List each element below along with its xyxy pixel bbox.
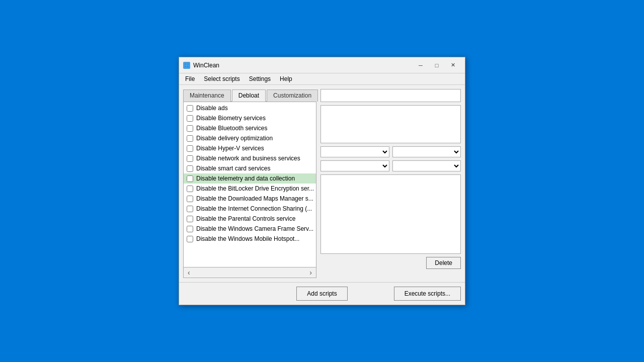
checklist-checkbox-0[interactable] <box>187 105 193 112</box>
checklist-checkbox-2[interactable] <box>187 125 193 132</box>
add-scripts-button[interactable]: Add scripts <box>296 287 347 301</box>
checklist-label-9: Disable the Downloaded Maps Manager s... <box>196 195 313 202</box>
scroll-right-button[interactable]: › <box>307 268 314 277</box>
content-area: Maintenance Debloat Customization Disabl… <box>179 85 465 282</box>
checklist-checkbox-5[interactable] <box>187 155 193 162</box>
checklist-checkbox-1[interactable] <box>187 115 193 122</box>
checklist-label-12: Disable the Windows Camera Frame Serv... <box>196 225 313 232</box>
tab-customization[interactable]: Customization <box>267 89 318 102</box>
checklist-item[interactable]: Disable the Windows Camera Frame Serv... <box>184 224 316 234</box>
svg-rect-1 <box>187 63 189 65</box>
checklist-checkbox-8[interactable] <box>187 186 193 192</box>
checklist-label-0: Disable ads <box>196 105 228 112</box>
svg-rect-2 <box>185 66 186 67</box>
svg-rect-3 <box>187 66 189 67</box>
window-controls: ─ □ ✕ <box>413 60 461 70</box>
checklist-container: Disable adsDisable Biometry servicesDisa… <box>183 102 316 267</box>
checklist-item[interactable]: Disable smart card services <box>184 163 316 173</box>
left-panel: Maintenance Debloat Customization Disabl… <box>183 89 316 278</box>
execute-scripts-button[interactable]: Execute scripts... <box>394 287 461 301</box>
script-content-textarea[interactable] <box>320 174 461 254</box>
checklist-label-1: Disable Biometry services <box>196 115 266 122</box>
scroll-left-button[interactable]: ‹ <box>186 268 192 277</box>
checklist-label-2: Disable Bluetooth services <box>196 125 267 132</box>
checklist-item[interactable]: Disable Biometry services <box>184 113 316 123</box>
select-3[interactable] <box>320 160 389 171</box>
window-title: WinClean <box>193 62 413 69</box>
select-1[interactable] <box>320 146 389 157</box>
menu-bar: File Select scripts Settings Help <box>179 73 465 85</box>
tab-maintenance[interactable]: Maintenance <box>183 89 231 102</box>
checklist-checkbox-6[interactable] <box>187 165 193 172</box>
selects-row-2 <box>320 160 461 171</box>
checklist-checkbox-3[interactable] <box>187 135 193 142</box>
checklist-label-4: Disable Hyper-V services <box>196 145 264 152</box>
selects-row-1 <box>320 146 461 157</box>
checklist-checkbox-7[interactable] <box>187 175 193 182</box>
checklist-label-7: Disable telemetry and data collection <box>196 175 295 182</box>
checklist-item[interactable]: Disable network and business services <box>184 153 316 163</box>
close-button[interactable]: ✕ <box>445 60 461 70</box>
checklist-checkbox-12[interactable] <box>187 226 193 232</box>
menu-select-scripts[interactable]: Select scripts <box>200 74 244 83</box>
maximize-button[interactable]: □ <box>429 60 445 70</box>
bottom-bar: Add scripts Execute scripts... <box>179 282 465 305</box>
select-4[interactable] <box>392 160 461 171</box>
checklist-item[interactable]: Disable the Downloaded Maps Manager s... <box>184 194 316 204</box>
checklist-item[interactable]: Disable ads <box>184 103 316 113</box>
checklist-label-11: Disable the Parental Controls service <box>196 215 295 222</box>
svg-rect-0 <box>185 63 186 65</box>
checklist-item[interactable]: Disable the Parental Controls service <box>184 214 316 224</box>
script-description-textarea[interactable] <box>320 105 461 143</box>
checklist-label-6: Disable smart card services <box>196 165 270 172</box>
checklist-item[interactable]: Disable Bluetooth services <box>184 123 316 133</box>
checklist-item[interactable]: Disable the Windows Mobile Hotspot... <box>184 234 316 244</box>
select-2[interactable] <box>392 146 461 157</box>
checklist-label-3: Disable delivery optimization <box>196 135 273 142</box>
tab-bar: Maintenance Debloat Customization <box>183 89 316 102</box>
delete-row: Delete <box>320 257 461 269</box>
menu-help[interactable]: Help <box>276 74 296 83</box>
scroll-nav: ‹ › <box>183 267 316 278</box>
checklist-label-8: Disable the BitLocker Drive Encryption s… <box>196 185 314 192</box>
main-window: WinClean ─ □ ✕ File Select scripts Setti… <box>179 57 465 305</box>
checklist-item[interactable]: Disable telemetry and data collection <box>184 173 316 184</box>
checklist-item[interactable]: Disable the Internet Connection Sharing … <box>184 204 316 214</box>
title-bar: WinClean ─ □ ✕ <box>179 57 465 73</box>
checklist-label-10: Disable the Internet Connection Sharing … <box>196 205 312 212</box>
checklist-item[interactable]: Disable the BitLocker Drive Encryption s… <box>184 184 316 194</box>
checklist-checkbox-9[interactable] <box>187 196 193 202</box>
checklist-checkbox-4[interactable] <box>187 145 193 152</box>
checklist-item[interactable]: Disable delivery optimization <box>184 133 316 143</box>
menu-file[interactable]: File <box>181 74 199 83</box>
tab-debloat[interactable]: Debloat <box>232 89 266 102</box>
right-panel: Delete <box>320 89 461 278</box>
checklist-item[interactable]: Disable Hyper-V services <box>184 143 316 153</box>
checklist-label-5: Disable network and business services <box>196 155 300 162</box>
app-icon <box>183 62 190 69</box>
menu-settings[interactable]: Settings <box>245 74 275 83</box>
checklist-label-13: Disable the Windows Mobile Hotspot... <box>196 235 299 242</box>
delete-button[interactable]: Delete <box>426 257 461 269</box>
checklist-checkbox-13[interactable] <box>187 236 193 242</box>
minimize-button[interactable]: ─ <box>413 60 429 70</box>
checklist-checkbox-10[interactable] <box>187 206 193 212</box>
checklist-scroll[interactable]: Disable adsDisable Biometry servicesDisa… <box>184 102 316 267</box>
bottom-buttons: Add scripts Execute scripts... <box>183 287 461 301</box>
checklist-checkbox-11[interactable] <box>187 216 193 222</box>
script-name-input[interactable] <box>320 89 461 102</box>
